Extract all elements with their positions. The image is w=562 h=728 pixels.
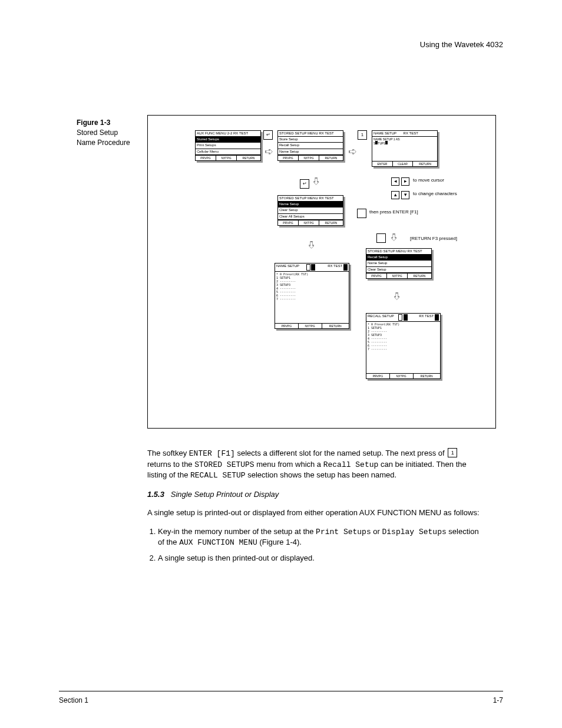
screen-stored-setup-recall: STORED SETUP MENU RX TEST Recall Setup N…	[366, 248, 432, 279]
section-heading: 1.5.3 Single Setup Printout or Display	[147, 489, 483, 500]
arrow-right-icon: ➪	[265, 145, 273, 158]
screen-aux-menu: AUX FUNC MENU 2-2 RX TEST Stored Setups …	[195, 130, 261, 161]
one-key-icon: 1	[448, 448, 457, 457]
page-header: Using the Wavetek 4032	[420, 40, 503, 49]
figure-number: Figure 1-3	[77, 118, 135, 128]
one-key-icon: 1	[358, 130, 367, 140]
figure-reference: Figure 1-4	[262, 538, 297, 546]
arrow-down-icon: ➪	[310, 177, 323, 186]
paragraph-2: A single setup is printed-out or display…	[147, 508, 483, 518]
enter-key-icon	[357, 209, 366, 218]
page-footer: Section 1 1-7	[59, 691, 503, 704]
figure-caption: Figure 1-3 Stored Setup Name Procedure	[77, 118, 135, 147]
section-title: Single Setup Printout or Display	[171, 490, 279, 499]
screen-name-setup-list: NAME SETUP RX TEST * 0 Preset(RX TST) 1 …	[275, 263, 349, 329]
arrow-down-icon: ➪	[305, 241, 318, 249]
stored-setups-label: STORED SETUPS	[194, 460, 254, 469]
annotation-return: [RETURN F3 pressed]	[410, 236, 481, 242]
aux-menu-label: AUX FUNCTION MENU	[179, 538, 257, 547]
enter-key-icon	[376, 233, 386, 243]
arrow-down-icon: ➪	[391, 292, 404, 301]
screen-recall-setup-list: RECALL SETUP RX TEST * 0 Preset(RX TST) …	[366, 313, 441, 379]
annotation-move-cursor: to move cursor	[413, 178, 466, 183]
body-text: The softkey ENTER [F1] selects a differe…	[147, 448, 483, 570]
section-number: 1.5.3	[147, 490, 164, 499]
arrow-right-icon: ➪	[348, 145, 357, 158]
recall-setup-code: Recall Setup	[323, 460, 379, 469]
annotation-enter: then press ENTER [F1]	[369, 210, 446, 215]
procedure-list: Key-in the memory number of the setup at…	[158, 526, 483, 564]
list-item: A single setup is then printed-out or di…	[158, 553, 483, 564]
enter-key-icon: ↵	[263, 130, 273, 140]
diagram-frame: AUX FUNC MENU 2-2 RX TEST Stored Setups …	[147, 115, 496, 429]
left-arrow-key-icon: ◂	[391, 177, 399, 186]
page: Using the Wavetek 4032 Figure 1-3 Stored…	[0, 0, 562, 728]
list-item: Key-in the memory number of the setup at…	[158, 526, 483, 548]
screen-name-setup-entry: NAME SETUP RX TEST NAME SETUP 1 AS: STUP…	[372, 130, 438, 167]
right-arrow-key-icon: ▸	[401, 177, 409, 186]
recall-setup-label: RECALL SETUP	[190, 471, 246, 480]
footer-page-number: 1-7	[493, 696, 503, 704]
arrow-down-icon: ➪	[388, 233, 401, 242]
up-arrow-key-icon: ▴	[391, 191, 399, 199]
footer-section: Section 1	[59, 696, 88, 704]
softkey-enter-label: ENTER [F1]	[189, 449, 235, 458]
annotation-change-chars: to change characters	[413, 192, 484, 197]
screen-stored-setup-name: STORED SETUP MENU RX TEST Name Setup Cle…	[277, 195, 343, 226]
figure-caption-text: Stored Setup Name Procedure	[77, 129, 130, 147]
enter-key-icon: ↵	[300, 179, 309, 189]
paragraph-1: The softkey ENTER [F1] selects a differe…	[147, 448, 483, 481]
down-arrow-key-icon: ▾	[401, 191, 409, 199]
display-setups-label: Display Setups	[382, 528, 447, 536]
screen-stored-setup-menu: STORED SETUP MENU RX TEST Store Setup Re…	[277, 130, 343, 161]
print-setups-label: Print Setups	[316, 528, 371, 536]
